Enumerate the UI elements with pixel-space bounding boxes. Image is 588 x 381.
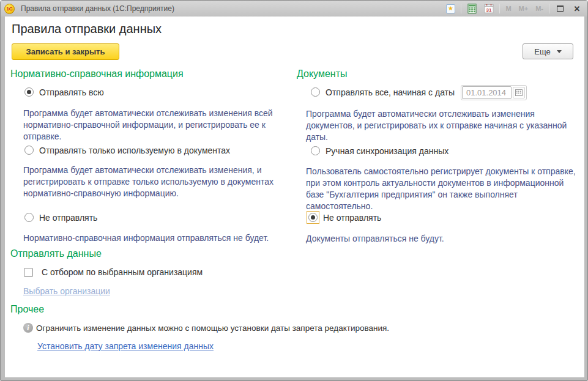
close-button[interactable]: ✕	[570, 2, 584, 15]
titlebar-buttons: ★ 31	[444, 2, 584, 15]
radio-box	[307, 211, 319, 224]
edit-restriction-hint: Ограничить изменение данных можно с помо…	[36, 324, 389, 333]
option-description: Нормативно-справочная информация отправл…	[23, 232, 305, 244]
select-organizations-link[interactable]: Выбрать организации	[23, 286, 110, 296]
radio-button[interactable]	[311, 87, 320, 97]
radio-box	[23, 86, 35, 98]
radio-label[interactable]: Отправлять только используемую в докумен…	[39, 146, 230, 155]
maximize-icon	[557, 6, 564, 12]
calendar-button[interactable]: 31	[482, 2, 496, 15]
radio-label[interactable]: Не отправлять	[323, 213, 381, 223]
chevron-down-icon	[557, 50, 562, 53]
start-date-control: 01.01.2014	[461, 85, 527, 100]
memory-button-m-plus[interactable]: M+	[517, 5, 530, 12]
radio-button[interactable]	[311, 146, 320, 155]
start-date-input[interactable]: 01.01.2014	[462, 86, 512, 99]
radio-box	[23, 211, 35, 224]
radio-box	[23, 144, 35, 157]
memory-button-m-minus[interactable]: M-	[534, 5, 545, 12]
radio-button[interactable]	[24, 146, 34, 155]
titlebar-separator	[499, 4, 500, 13]
filter-by-orgs-checkbox[interactable]	[24, 268, 33, 277]
window-title: Правила отправки данных (1С:Предприятие)	[21, 4, 174, 13]
radio-label[interactable]: Не отправлять	[39, 213, 97, 223]
filter-by-orgs-option[interactable]: С отбором по выбранным организациям	[24, 267, 203, 277]
radio-label[interactable]: Отправлять все, начиная с даты	[326, 87, 455, 97]
calendar-picker-button[interactable]	[513, 87, 525, 98]
calendar-grid-icon	[515, 89, 523, 96]
form-content: Правила отправки данных Записать и закры…	[5, 17, 584, 377]
maximize-button[interactable]	[553, 2, 567, 15]
app-window: 1С Правила отправки данных (1С:Предприят…	[0, 0, 588, 381]
option-description: Пользователь самостоятельно регистрирует…	[306, 166, 582, 212]
checkbox-label[interactable]: С отбором по выбранным организациям	[42, 267, 203, 277]
titlebar-separator	[549, 4, 549, 13]
nsi-option-send-all[interactable]: Отправлять всю	[23, 86, 104, 98]
more-button-label: Еще	[534, 47, 550, 56]
docs-option-manual-sync[interactable]: Ручная синхронизация данных	[309, 144, 448, 157]
1c-logo-icon: 1С	[4, 4, 15, 14]
set-restriction-date-link[interactable]: Установить дату запрета изменения данных	[37, 341, 214, 351]
titlebar: 1С Правила отправки данных (1С:Предприят…	[1, 1, 587, 17]
option-description: Программа будет автоматически отслеживат…	[23, 108, 300, 142]
option-description: Программа будет автоматически отслеживат…	[23, 165, 292, 199]
option-description: Программа будет автоматически отслеживат…	[306, 108, 580, 143]
section-heading-nsi: Нормативно-справочная информация	[10, 68, 184, 80]
close-icon: ✕	[574, 5, 581, 13]
radio-button[interactable]	[24, 87, 34, 97]
radio-box	[309, 144, 322, 157]
titlebar-separator	[461, 4, 461, 13]
svg-text:31: 31	[486, 7, 492, 13]
calculator-button[interactable]	[465, 2, 478, 15]
radio-label[interactable]: Отправлять всю	[39, 87, 104, 97]
section-heading-documents: Документы	[297, 68, 347, 80]
radio-button[interactable]	[24, 213, 34, 222]
info-icon: i	[23, 323, 33, 333]
docs-option-dont-send[interactable]: Не отправлять	[307, 211, 381, 224]
radio-label[interactable]: Ручная синхронизация данных	[326, 146, 448, 156]
page-title: Правила отправки данных	[12, 22, 162, 36]
nsi-option-send-used-only[interactable]: Отправлять только используемую в докумен…	[23, 144, 230, 157]
calculator-icon	[467, 4, 477, 13]
option-description: Документы отправляться не будут.	[306, 233, 582, 245]
radio-button[interactable]	[308, 213, 318, 222]
section-heading-other: Прочее	[10, 304, 44, 315]
calendar-icon: 31	[484, 4, 494, 13]
save-and-close-button[interactable]: Записать и закрыть	[12, 43, 119, 60]
radio-box	[309, 86, 322, 98]
nsi-option-dont-send[interactable]: Не отправлять	[23, 211, 97, 224]
docs-option-send-all-from-date[interactable]: Отправлять все, начиная с даты	[309, 86, 455, 98]
memory-button-m[interactable]: M	[504, 5, 513, 12]
favorites-button[interactable]: ★	[444, 2, 457, 15]
section-heading-send-data: Отправлять данные	[10, 248, 102, 259]
star-icon: ★	[446, 4, 455, 13]
more-button[interactable]: Еще	[523, 43, 573, 59]
